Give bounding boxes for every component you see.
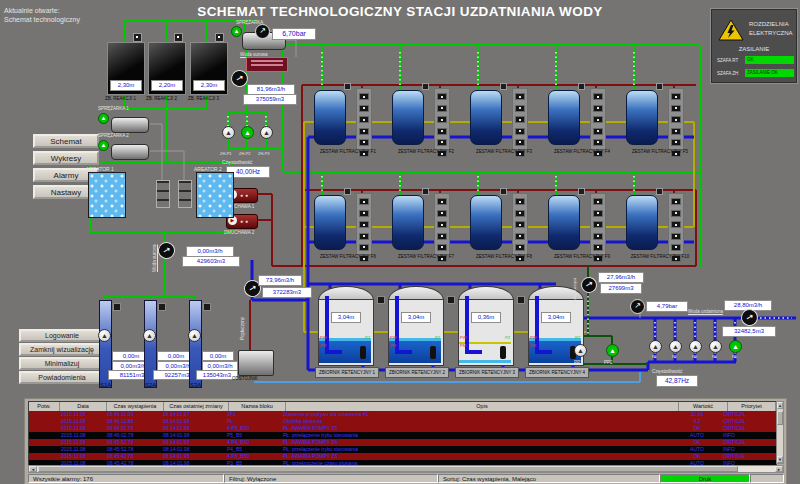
zamknij-button[interactable]: Zamknij wizualizację (19, 343, 105, 356)
filter-tank (470, 195, 502, 250)
tank-vent-icon (447, 296, 455, 304)
filter-unit-f7[interactable]: ZESTAW FILTRACYJNY F7 (388, 191, 464, 265)
filter-valve-column[interactable] (512, 193, 528, 255)
nav-wykresy-button[interactable]: Wykresy (33, 151, 99, 165)
filter-unit-f5[interactable]: ZESTAW FILTRACYJNY F5 (622, 86, 698, 160)
zh-pump-1[interactable] (222, 126, 235, 139)
filter-label: ZESTAW FILTRACYJNY F5 (620, 149, 700, 154)
station-freq-value: 42,87Hz (656, 375, 698, 387)
col-priorytet[interactable]: Priorytet (728, 402, 776, 411)
filter-tank (626, 90, 658, 145)
filter-valve-column[interactable] (668, 88, 684, 150)
alarm-row[interactable]: 2015.11.0808:46:02.7808:14:01.984-P5_B50… (29, 425, 776, 432)
scroll-right-icon[interactable]: ► (775, 466, 783, 472)
alarm-row[interactable]: 2015.11.0808:45:52.7808:14:01.984-P4_B50… (29, 439, 776, 446)
filter-unit-f3[interactable]: ZESTAW FILTRACYJNY F3 (466, 86, 542, 160)
compressor2-pump-icon[interactable] (98, 140, 109, 151)
fm3-total: 372283m3 (262, 287, 312, 298)
logowanie-button[interactable]: Logowanie (19, 329, 105, 342)
filter-label: ZESTAW FILTRACYJNY F6 (308, 254, 388, 259)
zh-pump-3[interactable] (260, 126, 273, 139)
zh-pump3-label: ZH-P3 (258, 151, 270, 156)
filter-valve-column[interactable] (668, 193, 684, 255)
print-button[interactable]: Druk (660, 474, 750, 483)
filter-label: ZESTAW FILTRACYJNY F10 (620, 254, 700, 259)
alarm-row[interactable]: 2015.11.0808:45:52.7808:14:01.98P4_B5PŁ:… (29, 446, 776, 453)
alarm-hscrollbar[interactable]: ◄ ► (28, 465, 784, 473)
filter-valve-column[interactable] (434, 88, 450, 150)
fm4-pipe-label: Woda płucząca (572, 278, 577, 305)
well1-pump[interactable] (98, 329, 111, 342)
alarm-row[interactable]: 2015.11.0808:46:32.0908:14:01.971P1Dławi… (29, 411, 776, 418)
filter-vent-icon (422, 188, 429, 195)
filter-unit-f9[interactable]: ZESTAW FILTRACYJNY F9 (544, 191, 620, 265)
vscroll-thumb[interactable] (777, 411, 783, 425)
filter-unit-f10[interactable]: ZESTAW FILTRACYJNY F10 (622, 191, 698, 265)
station-pump-5[interactable] (729, 340, 742, 353)
cabinet-zh-status: ZASILANIE OK (745, 69, 794, 77)
filter-vent-icon (344, 83, 351, 90)
station-pump-3[interactable] (689, 340, 702, 353)
reactor1-level: 2,30m (110, 80, 142, 91)
retention-tank-1[interactable]: 3,04m PW PM PZ ZBIORNIK RETENCYJNY 1 (318, 286, 378, 382)
station-pump-1[interactable] (649, 340, 662, 353)
retention-tank-2[interactable]: 3,04m PW PM PZ ZBIORNIK RETENCYJNY 2 (388, 286, 448, 382)
compressor1-pump-icon[interactable] (98, 113, 109, 124)
filter-unit-f1[interactable]: ZESTAW FILTRACYJNY F1 (310, 86, 386, 160)
retention3-label: ZBIORNIK RETENCYJNY 3 (455, 367, 519, 378)
retention2-level: 3,04m (401, 312, 431, 323)
col-potw[interactable]: Potw. (29, 402, 60, 411)
filter-unit-f4[interactable]: ZESTAW FILTRACYJNY F4 (544, 86, 620, 160)
station-pump-4[interactable] (709, 340, 722, 353)
alarm-row[interactable]: 2015.11.0808:46:12.8808:14:01.98PŁObniżk… (29, 418, 776, 425)
filter-vent-icon (656, 188, 663, 195)
scroll-up-icon[interactable]: ▲ (777, 402, 783, 409)
scroll-down-icon[interactable]: ▼ (777, 456, 783, 463)
hscroll-thumb[interactable] (38, 466, 738, 472)
well3-valve-icon[interactable] (203, 303, 211, 311)
col-nazwa-bloku[interactable]: Nazwa bloku (229, 402, 286, 411)
reactor2-label: ZB. REAKCJI 2 (146, 96, 177, 101)
powiadomienia-button[interactable]: Powiadomienia (19, 371, 105, 384)
station-pump-2[interactable] (669, 340, 682, 353)
dosing-unit-panel[interactable] (246, 57, 288, 72)
minimalizuj-button[interactable]: Minimalizuj (19, 357, 105, 370)
tank-vent-icon (377, 296, 385, 304)
filter-unit-f6[interactable]: ZESTAW FILTRACYJNY F6 (310, 191, 386, 265)
aerator1-tank[interactable] (88, 172, 126, 218)
well3-pump[interactable] (188, 329, 201, 342)
alarm-row[interactable]: 2015.11.0808:45:42.7808:14:01.984-P3_B50… (29, 453, 776, 460)
nav-schemat-button[interactable]: Schemat (33, 134, 99, 148)
alarm-row[interactable]: 2015.11.0808:46:02.7808:14:01.98P5_B5PŁ:… (29, 432, 776, 439)
col-data[interactable]: Data (60, 402, 107, 411)
filter-valve-column[interactable] (434, 193, 450, 255)
well1-valve-icon[interactable] (113, 303, 121, 311)
scroll-left-icon[interactable]: ◄ (29, 466, 37, 472)
col-opis[interactable]: Opis (286, 402, 679, 411)
fm5-pipe-label: Woda uzdatniona (688, 309, 723, 314)
retention-tank-3[interactable]: 0,36m PW PM PZ ZBIORNIK RETENCYJNY 3 (458, 286, 518, 382)
filter-unit-f8[interactable]: ZESTAW FILTRACYJNY F8 (466, 191, 542, 265)
col-czas-zmiany[interactable]: Czas ostatniej zmiany (164, 402, 229, 411)
top-compressor-pump-icon[interactable] (231, 26, 242, 37)
filter-unit-f2[interactable]: ZESTAW FILTRACYJNY F2 (388, 86, 464, 160)
filter-valve-column[interactable] (590, 193, 606, 255)
aerator2-tank[interactable] (196, 172, 234, 218)
pp-pump-2[interactable] (606, 344, 619, 357)
filter-tank (392, 195, 424, 250)
compressor2-body (111, 144, 149, 160)
compressor1-label: SPRĘŻARKA 1 (98, 106, 129, 111)
col-wartosc[interactable]: Wartość (679, 402, 728, 411)
filter-valve-column[interactable] (512, 88, 528, 150)
alarm-vscrollbar[interactable]: ▲ ▼ (776, 401, 784, 464)
pp-pump-1[interactable] (574, 344, 587, 357)
well2-pump[interactable] (143, 329, 156, 342)
zh-pump-2[interactable] (241, 126, 254, 139)
well2-valve-icon[interactable] (158, 303, 166, 311)
filter-valve-column[interactable] (356, 88, 372, 150)
tank-port (500, 346, 506, 359)
filter-valve-column[interactable] (356, 193, 372, 255)
col-czas-wyst[interactable]: Czas wystąpienia (107, 402, 164, 411)
retention-tank-4[interactable]: 3,04m PW PM PZ ZBIORNIK RETENCYJNY 4 (528, 286, 588, 382)
filter-valve-column[interactable] (590, 88, 606, 150)
